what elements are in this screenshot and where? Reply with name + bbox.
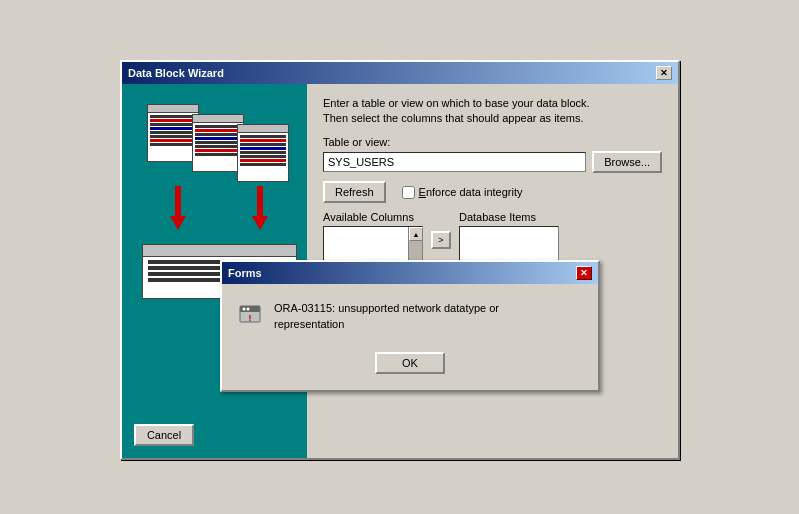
forms-footer: OK bbox=[222, 344, 598, 390]
table-row-3 bbox=[150, 123, 196, 126]
table-row-2 bbox=[150, 119, 196, 122]
table-icon-3 bbox=[237, 124, 289, 182]
arrow-shaft-left bbox=[175, 186, 181, 216]
wizard-close-button[interactable]: ✕ bbox=[656, 66, 672, 80]
arrow-head-left bbox=[170, 216, 186, 230]
enforce-label: Enforce data integrity bbox=[419, 186, 523, 198]
table-header-3 bbox=[238, 125, 288, 133]
table-header-2 bbox=[193, 115, 243, 123]
svg-point-2 bbox=[243, 308, 246, 311]
table-row-5 bbox=[150, 131, 196, 134]
table-row-3-3 bbox=[240, 143, 286, 146]
forms-dialog: Forms ✕ ! ORA-03115: unsupported network… bbox=[220, 260, 600, 392]
table-field-row: Browse... bbox=[323, 151, 662, 173]
wizard-description: Enter a table or view on which to base y… bbox=[323, 96, 662, 126]
cancel-button-area: Cancel bbox=[134, 424, 194, 446]
table-row-2-3 bbox=[195, 133, 241, 136]
transfer-arrows: > bbox=[431, 231, 451, 249]
table-input[interactable] bbox=[323, 152, 586, 172]
error-icon: ! bbox=[238, 302, 262, 326]
table-row-3-7 bbox=[240, 159, 286, 162]
table-row-2-5 bbox=[195, 141, 241, 144]
enforce-checkbox[interactable] bbox=[402, 186, 415, 199]
refresh-button[interactable]: Refresh bbox=[323, 181, 386, 203]
table-body-2 bbox=[193, 123, 243, 158]
table-row-3-1 bbox=[240, 135, 286, 138]
table-row-2-4 bbox=[195, 137, 241, 140]
wizard-titlebar: Data Block Wizard ✕ bbox=[122, 62, 678, 84]
ok-button[interactable]: OK bbox=[375, 352, 445, 374]
arrow-shaft-right bbox=[257, 186, 263, 216]
arrow-down-right bbox=[252, 186, 268, 230]
forms-titlebar: Forms ✕ bbox=[222, 262, 598, 284]
table-row-2-1 bbox=[195, 125, 241, 128]
table-row-1 bbox=[150, 115, 196, 118]
table-row-3-4 bbox=[240, 147, 286, 150]
forms-title: Forms bbox=[228, 267, 262, 279]
table-row-2-2 bbox=[195, 129, 241, 132]
table-body-1 bbox=[148, 113, 198, 148]
cancel-button[interactable]: Cancel bbox=[134, 424, 194, 446]
transfer-right-button[interactable]: > bbox=[431, 231, 451, 249]
arrow-head-right bbox=[252, 216, 268, 230]
arrow-down-left bbox=[170, 186, 186, 230]
table-row-6 bbox=[150, 135, 196, 138]
forms-body: ! ORA-03115: unsupported network datatyp… bbox=[222, 284, 598, 344]
scroll-up-arrow[interactable]: ▲ bbox=[409, 227, 423, 241]
table-row-2-8 bbox=[195, 153, 241, 156]
enforce-checkbox-row: Enforce data integrity bbox=[402, 186, 523, 199]
error-message: ORA-03115: unsupported network datatype … bbox=[274, 300, 499, 332]
wizard-title: Data Block Wizard bbox=[128, 67, 224, 79]
svg-text:!: ! bbox=[249, 313, 252, 323]
table-body-3 bbox=[238, 133, 288, 168]
table-row-3-2 bbox=[240, 139, 286, 142]
table-row-3-8 bbox=[240, 163, 286, 166]
table-row-2-6 bbox=[195, 145, 241, 148]
available-columns-label: Available Columns bbox=[323, 211, 423, 223]
svg-point-3 bbox=[247, 308, 250, 311]
table-row-4 bbox=[150, 127, 196, 130]
browse-button[interactable]: Browse... bbox=[592, 151, 662, 173]
table-row-7 bbox=[150, 139, 196, 142]
forms-close-button[interactable]: ✕ bbox=[576, 266, 592, 280]
table-row-2-7 bbox=[195, 149, 241, 152]
database-items-label: Database Items bbox=[459, 211, 559, 223]
table-label: Table or view: bbox=[323, 136, 662, 148]
table-row-8 bbox=[150, 143, 196, 146]
table-row-3-6 bbox=[240, 155, 286, 158]
refresh-row: Refresh Enforce data integrity bbox=[323, 181, 662, 203]
table-row-3-5 bbox=[240, 151, 286, 154]
table-header-1 bbox=[148, 105, 198, 113]
bottom-table-header bbox=[143, 245, 296, 257]
